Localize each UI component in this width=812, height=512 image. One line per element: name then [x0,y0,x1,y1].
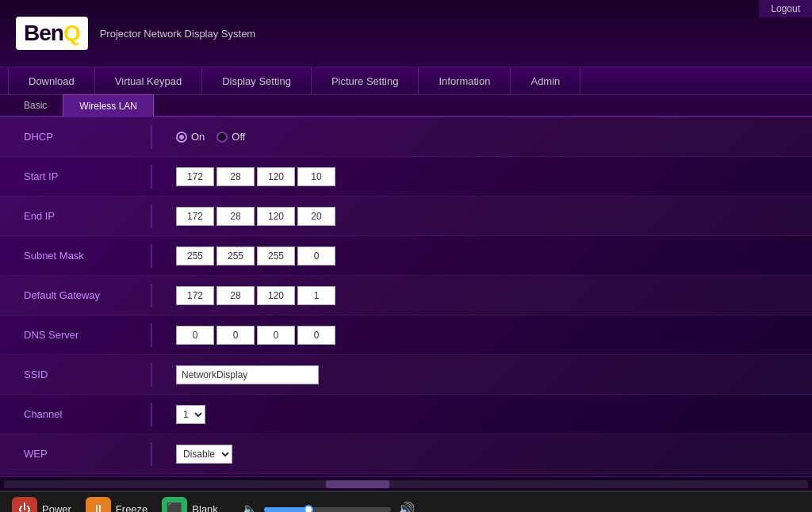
subnet-4[interactable] [297,246,335,266]
logout-button[interactable]: Logout [759,0,812,17]
start-ip-3[interactable] [257,167,295,186]
gateway-sep [151,284,152,308]
logo: BenQ Projector Network Display System [16,17,255,50]
gateway-3[interactable] [257,286,295,305]
end-ip-control [176,207,335,226]
dns-1[interactable] [176,326,214,345]
dhcp-off-radio[interactable] [216,132,228,143]
end-ip-3[interactable] [257,207,295,226]
start-ip-4[interactable] [297,167,335,186]
wep-row: WEP Disable64-bit128-bit [0,434,812,474]
channel-sep [151,403,152,426]
subnet-2[interactable] [216,246,255,266]
nav-virtual-keypad[interactable]: Virtual Keypad [95,67,202,95]
subnet-mask-row: Subnet Mask [0,236,812,276]
gateway-1[interactable] [176,286,214,305]
h-scrollbar[interactable] [4,480,808,488]
freeze-icon: ⏸ [86,497,111,513]
gateway-row: Default Gateway [0,276,812,315]
nav-admin[interactable]: Admin [511,67,580,95]
start-ip-2[interactable] [216,167,255,186]
dhcp-on-label: On [191,131,205,143]
content-area: DHCP On Off Start IP [0,117,812,476]
volume-slider[interactable] [264,507,391,512]
subnet-mask-label: Subnet Mask [24,250,151,262]
ssid-label: SSID [24,369,151,380]
brand-logo: BenQ [16,17,88,50]
dhcp-label: DHCP [24,131,151,143]
volume-high-icon: 🔊 [397,501,415,513]
gateway-fields [176,286,335,305]
blank-button[interactable]: ⬛ Blank [162,497,218,513]
dhcp-row: DHCP On Off [0,117,812,157]
start-ip-row: Start IP [0,157,812,197]
subnet-1[interactable] [176,246,214,266]
tab-wireless-lan[interactable]: Wireless LAN [63,94,154,117]
channel-label: Channel [24,408,151,420]
volume-low-icon: 🔈 [242,502,258,512]
blank-icon: ⬛ [162,497,187,513]
main-nav: Download Virtual Keypad Display Setting … [0,67,812,95]
ssid-control [176,365,319,384]
power-button[interactable]: ⏻ Power [12,497,71,513]
gateway-4[interactable] [297,286,335,305]
subnet-sep [151,244,152,268]
h-scrollbar-thumb [326,480,389,488]
start-ip-control [176,167,335,186]
channel-select[interactable]: 123 456 [176,405,205,424]
power-icon: ⏻ [12,497,37,513]
end-ip-sep [151,204,152,228]
wep-control: Disable64-bit128-bit [176,445,232,464]
nav-picture-setting[interactable]: Picture Setting [312,67,419,95]
ssid-row: SSID [0,355,812,395]
dns-4[interactable] [297,326,335,345]
channel-control: 123 456 [176,405,205,424]
dhcp-off-option[interactable]: Off [216,131,245,143]
bottom-toolbar: ⏻ Power ⏸ Freeze ⬛ Blank 🔈 🔊 [0,491,812,512]
gateway-2[interactable] [216,286,255,305]
dns-control [176,326,335,345]
dns-sep [151,323,152,347]
wep-select[interactable]: Disable64-bit128-bit [176,445,232,464]
wep-label: WEP [24,448,151,460]
nav-download[interactable]: Download [8,67,95,95]
dhcp-on-radio[interactable] [176,132,187,143]
dns-fields [176,326,335,345]
start-ip-fields [176,167,335,186]
gateway-label: Default Gateway [24,289,151,301]
freeze-button[interactable]: ⏸ Freeze [86,497,147,513]
end-ip-label: End IP [24,210,151,222]
start-ip-sep [151,165,152,189]
sub-nav: Basic Wireless LAN [0,95,812,117]
blank-label: Blank [192,503,218,512]
h-scrollbar-area [0,476,812,491]
nav-information[interactable]: Information [419,67,511,95]
tab-basic[interactable]: Basic [8,94,63,117]
volume-thumb [304,505,313,513]
end-ip-row: End IP [0,197,812,236]
nav-display-setting[interactable]: Display Setting [202,67,312,95]
header: BenQ Projector Network Display System [0,0,812,67]
volume-control: 🔈 🔊 [242,501,415,513]
dhcp-off-label: Off [232,131,245,143]
freeze-label: Freeze [116,503,147,512]
gateway-control [176,286,335,305]
app-subtitle: Projector Network Display System [100,28,256,40]
dhcp-separator [151,125,152,149]
subnet-3[interactable] [257,246,295,266]
end-ip-2[interactable] [216,207,255,226]
ssid-input[interactable] [176,365,319,384]
start-ip-1[interactable] [176,167,214,186]
subnet-fields [176,246,335,266]
dns-label: DNS Server [24,329,151,341]
dns-2[interactable] [216,326,255,345]
dns-3[interactable] [257,326,295,345]
channel-row: Channel 123 456 [0,395,812,434]
end-ip-1[interactable] [176,207,214,226]
end-ip-4[interactable] [297,207,335,226]
dhcp-on-option[interactable]: On [176,131,205,143]
main-panel: DHCP On Off Start IP [0,117,812,476]
end-ip-fields [176,207,335,226]
volume-fill [264,507,308,512]
subnet-control [176,246,335,266]
